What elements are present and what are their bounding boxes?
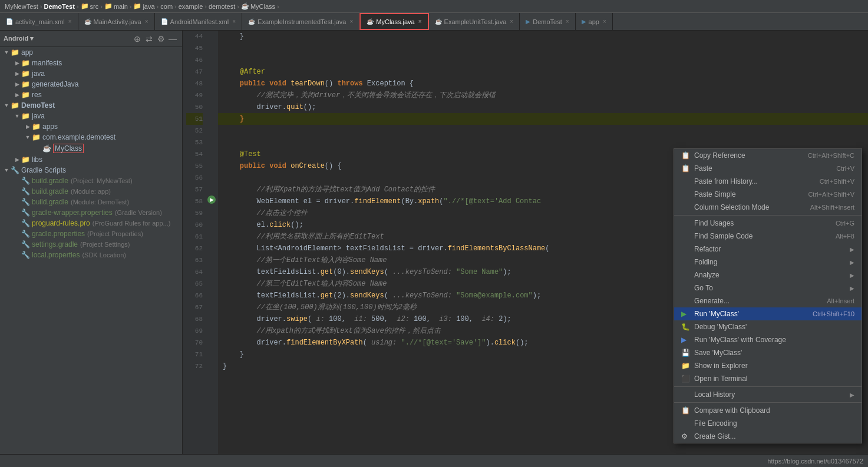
explorer-icon: 📁 bbox=[681, 362, 691, 370]
context-menu: 📋 Copy Reference Ctrl+Alt+Shift+C 📋 Past… bbox=[674, 148, 862, 443]
tree-item-buildgradle1[interactable]: 🔧 build.gradle (Project: MyNewTest) bbox=[0, 175, 182, 186]
tab-close-myclass[interactable]: × bbox=[418, 18, 422, 25]
gist-icon: ⚙ bbox=[681, 432, 691, 440]
code-area: 44 45 46 47 48 49 50 51 52 53 54 55 56 5… bbox=[183, 31, 868, 454]
ctx-item-debug-myclass[interactable]: 🐛 Debug 'MyClass' bbox=[674, 320, 862, 333]
breadcrumb-com[interactable]: com bbox=[160, 3, 173, 10]
ctx-item-refactor[interactable]: Refactor ▶ bbox=[674, 243, 862, 256]
tab-close-activity-main[interactable]: × bbox=[68, 18, 72, 25]
ctx-item-column-selection[interactable]: Column Selection Mode Alt+Shift+Insert bbox=[674, 201, 862, 214]
tab-activity-main[interactable]: 📄 activity_main.xml × bbox=[0, 13, 78, 30]
tab-close-app[interactable]: × bbox=[603, 18, 606, 25]
breadcrumb-java[interactable]: java bbox=[143, 3, 154, 10]
tree-item-generatedjava[interactable]: ▶ 📁 generatedJava bbox=[0, 79, 182, 90]
ctx-item-goto[interactable]: Go To ▶ bbox=[674, 281, 862, 294]
breadcrumb-demotest2[interactable]: demotest bbox=[209, 3, 235, 10]
ctx-shortcut-column-selection: Alt+Shift+Insert bbox=[810, 204, 854, 211]
tree-item-java[interactable]: ▶ 📁 java bbox=[0, 68, 182, 79]
ctx-item-copy-reference[interactable]: 📋 Copy Reference Ctrl+Alt+Shift+C bbox=[674, 149, 862, 162]
breadcrumb-myclass[interactable]: MyClass bbox=[250, 3, 275, 10]
breadcrumb-src[interactable]: src bbox=[90, 3, 99, 10]
ctx-item-paste[interactable]: 📋 Paste Ctrl+V bbox=[674, 162, 862, 175]
tree-item-gradleprops[interactable]: 🔧 gradle.properties (Project Properties) bbox=[0, 228, 182, 239]
ctx-shortcut-copy-reference: Ctrl+Alt+Shift+C bbox=[808, 152, 854, 159]
ctx-item-folding[interactable]: Folding ▶ bbox=[674, 256, 862, 269]
coverage-icon: ▶ bbox=[681, 336, 691, 344]
ctx-item-run-myclass[interactable]: ▶ Run 'MyClass' Ctrl+Shift+F10 bbox=[674, 307, 862, 320]
ctx-item-find-sample[interactable]: Find Sample Code Alt+F8 bbox=[674, 230, 862, 243]
ctx-item-paste-simple[interactable]: Paste Simple Ctrl+Alt+Shift+V bbox=[674, 188, 862, 201]
tab-mainactivity[interactable]: ☕ MainActivity.java × bbox=[78, 13, 155, 30]
ctx-shortcut-paste: Ctrl+V bbox=[836, 165, 854, 172]
tree-item-manifests[interactable]: ▶ 📁 manifests bbox=[0, 58, 182, 68]
ctx-item-compare-clipboard[interactable]: 📋 Compare with Clipboard bbox=[674, 404, 862, 417]
toolbar-sync-icon[interactable]: ⇄ bbox=[143, 33, 155, 45]
tree-item-apps[interactable]: ▶ 📁 apps bbox=[0, 121, 182, 132]
breadcrumb-demotest[interactable]: DemoTest bbox=[44, 3, 75, 10]
status-text: https://blog.csdn.net/u013467572 bbox=[767, 458, 863, 465]
tab-app[interactable]: ▶ app × bbox=[576, 13, 613, 30]
ln-57: 57 bbox=[186, 184, 203, 196]
breadcrumb-mynewtest[interactable]: MyNewTest bbox=[5, 3, 38, 10]
toolbar-minimize-icon[interactable]: — bbox=[167, 33, 179, 45]
tab-close-demotest[interactable]: × bbox=[566, 18, 569, 25]
ctx-item-save-myclass[interactable]: 💾 Save 'MyClass' bbox=[674, 346, 862, 359]
class-icon-myclass: ☕ bbox=[42, 144, 51, 153]
code-line-48: public void tearDown() throws Exception … bbox=[218, 78, 868, 90]
breadcrumb-sep4: › bbox=[130, 3, 132, 10]
tree-item-buildgradle3[interactable]: 🔧 build.gradle (Module: DemoTest) bbox=[0, 197, 182, 207]
tab-exampleinstrumented[interactable]: ☕ ExampleInstrumentedTest.java × bbox=[242, 13, 359, 30]
ctx-item-file-encoding[interactable]: File Encoding bbox=[674, 417, 862, 430]
ctx-shortcut-paste-simple: Ctrl+Alt+Shift+V bbox=[808, 191, 854, 198]
tree-item-myclass[interactable]: ☕ MyClass bbox=[0, 143, 182, 154]
ctx-item-open-terminal[interactable]: ⬛ Open in Terminal bbox=[674, 372, 862, 385]
tree-item-proguard[interactable]: 🔧 proguard-rules.pro (ProGuard Rules for… bbox=[0, 218, 182, 228]
ln-70: 70 bbox=[186, 337, 203, 349]
tree-item-gradlewrapper[interactable]: 🔧 gradle-wrapper.properties (Gradle Vers… bbox=[0, 207, 182, 218]
gradle-file-icon-lp: 🔧 bbox=[21, 251, 30, 259]
ctx-item-show-explorer[interactable]: 📁 Show in Explorer bbox=[674, 359, 862, 372]
tab-androidmanifest[interactable]: 📄 AndroidManifest.xml × bbox=[155, 13, 243, 30]
gradle-file-icon-pg: 🔧 bbox=[21, 219, 30, 227]
tree-item-settingsgradle[interactable]: 🔧 settings.gradle (Project Settings) bbox=[0, 239, 182, 250]
tree-item-com[interactable]: ▼ 📁 com.example.demotest bbox=[0, 132, 182, 143]
android-label: Android ▾ bbox=[4, 35, 34, 42]
ctx-item-run-coverage[interactable]: ▶ Run 'MyClass' with Coverage bbox=[674, 333, 862, 346]
code-line-51: } bbox=[218, 113, 868, 125]
tree-item-localprops[interactable]: 🔧 local.properties (SDK Location) bbox=[0, 250, 182, 260]
ctx-item-analyze[interactable]: Analyze ▶ bbox=[674, 269, 862, 281]
breadcrumb-main[interactable]: main bbox=[114, 3, 128, 10]
breadcrumb-example[interactable]: example bbox=[179, 3, 203, 10]
tree-item-res[interactable]: ▶ 📁 res bbox=[0, 90, 182, 100]
tab-label-app: app bbox=[589, 18, 599, 25]
tree-item-buildgradle2[interactable]: 🔧 build.gradle (Module: app) bbox=[0, 186, 182, 197]
status-bar: https://blog.csdn.net/u013467572 bbox=[0, 454, 868, 467]
ctx-item-generate[interactable]: Generate... Alt+Insert bbox=[674, 294, 862, 307]
tab-myclass[interactable]: ☕ MyClass.java × bbox=[359, 13, 428, 30]
tree-extra-gp: (Project Properties) bbox=[87, 230, 143, 237]
tab-demotest[interactable]: ▶ DemoTest × bbox=[520, 13, 575, 30]
tab-close-exampleinstrumented[interactable]: × bbox=[349, 18, 353, 25]
ctx-label-refactor: Refactor bbox=[694, 245, 850, 253]
arrow-demotest: ▼ bbox=[2, 102, 11, 108]
toolbar-add-icon[interactable]: ⊕ bbox=[131, 33, 143, 45]
ctx-label-goto: Go To bbox=[694, 284, 850, 292]
ctx-label-copy-reference: Copy Reference bbox=[694, 151, 808, 160]
tab-close-exampleunit[interactable]: × bbox=[510, 18, 513, 25]
folder-icon-com: 📁 bbox=[32, 133, 41, 141]
ctx-item-find-usages[interactable]: Find Usages Ctrl+G bbox=[674, 217, 862, 230]
tree-item-libs[interactable]: ▶ 📁 libs bbox=[0, 154, 182, 165]
tree-item-demotest[interactable]: ▼ 📁 DemoTest bbox=[0, 100, 182, 111]
tree-label-java: java bbox=[32, 69, 45, 78]
toolbar-settings-icon[interactable]: ⚙ bbox=[155, 33, 167, 45]
ctx-item-paste-history[interactable]: Paste from History... Ctrl+Shift+V bbox=[674, 175, 862, 188]
tree-extra-bg1: (Project: MyNewTest) bbox=[71, 177, 133, 184]
tab-close-mainactivity[interactable]: × bbox=[145, 18, 148, 25]
ctx-item-create-gist[interactable]: ⚙ Create Gist... bbox=[674, 430, 862, 443]
tree-item-gradle-scripts[interactable]: ▼ 🔧 Gradle Scripts bbox=[0, 165, 182, 175]
tab-exampleunit[interactable]: ☕ ExampleUnitTest.java × bbox=[429, 13, 520, 30]
ctx-item-local-history[interactable]: Local History ▶ bbox=[674, 388, 862, 401]
tab-close-androidmanifest[interactable]: × bbox=[232, 18, 236, 25]
tree-item-java2[interactable]: ▼ 📁 java bbox=[0, 111, 182, 121]
tree-item-app[interactable]: ▼ 📁 app bbox=[0, 47, 182, 58]
